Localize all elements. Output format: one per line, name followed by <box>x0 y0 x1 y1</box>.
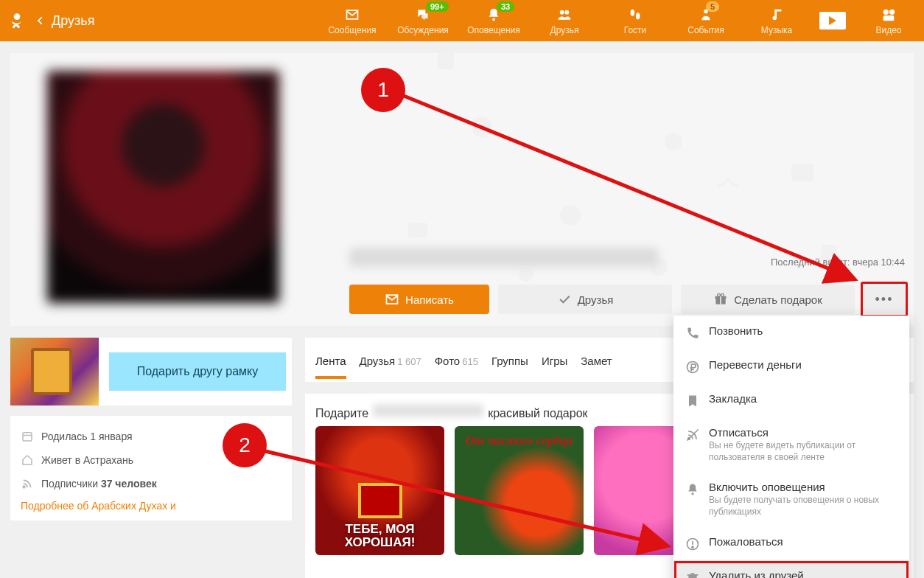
last-visit-text: Последний визит: вчера 10:44 <box>771 257 905 268</box>
bell-icon <box>685 481 700 497</box>
play-icon <box>819 12 846 29</box>
svg-point-5 <box>636 13 640 19</box>
video-icon <box>879 6 898 24</box>
nav-events[interactable]: События5 <box>671 0 741 41</box>
svg-rect-21 <box>720 296 721 304</box>
profile-avatar[interactable] <box>47 71 279 303</box>
menu-Перевести-деньги[interactable]: Перевести деньги <box>673 349 909 383</box>
profile-cover: Последний визит: вчера 10:44 Написать Др… <box>10 53 914 326</box>
tab-Друзья[interactable]: Друзья1 607 <box>360 341 421 379</box>
friends-icon <box>555 6 574 24</box>
menu-Позвонить[interactable]: Позвонить <box>673 316 909 349</box>
profile-info-card: Родилась 1 января Живет в Астрахань Подп… <box>10 416 292 520</box>
promo-image <box>10 338 99 405</box>
profile-name <box>349 248 659 267</box>
svg-rect-24 <box>23 433 32 441</box>
home-icon <box>21 453 34 467</box>
nav-friends[interactable]: Друзья <box>529 0 600 41</box>
gift-title-pre: Подарите <box>315 407 368 420</box>
svg-point-2 <box>560 10 564 15</box>
svg-point-8 <box>889 10 895 15</box>
gift-icon <box>713 292 728 307</box>
check-icon <box>557 292 572 307</box>
svg-rect-14 <box>408 223 427 237</box>
svg-point-22 <box>718 293 721 296</box>
mail-icon <box>343 6 361 24</box>
ruble-icon <box>685 358 700 375</box>
nav-chat[interactable]: Обсуждения99+ <box>388 0 458 41</box>
svg-point-7 <box>883 10 889 15</box>
dots-icon: ••• <box>875 292 894 307</box>
tab-Игры[interactable]: Игры <box>542 341 567 379</box>
gift-recipient-name <box>373 404 483 417</box>
tab-Замет[interactable]: Замет <box>581 341 612 379</box>
gift-title-post: красивый подарок <box>488 407 587 420</box>
svg-point-33 <box>692 547 693 549</box>
top-nav: Друзья СообщенияОбсуждения99+Оповещения3… <box>0 0 924 41</box>
send-gift-button[interactable]: Сделать подарок <box>681 285 855 314</box>
ok-logo[interactable] <box>0 11 34 30</box>
nav-mail[interactable]: Сообщения <box>317 0 388 41</box>
menu-Пожаловаться[interactable]: Пожаловаться <box>673 526 909 560</box>
svg-rect-18 <box>438 53 454 69</box>
write-message-button[interactable]: Написать <box>349 285 489 314</box>
page-title: Друзья <box>52 13 94 29</box>
svg-point-26 <box>23 486 24 487</box>
svg-point-0 <box>14 13 21 20</box>
info-birthday: Родилась 1 января <box>21 425 281 448</box>
unsubscribe-icon <box>685 426 700 442</box>
nav-music[interactable]: Музыка <box>741 0 812 41</box>
back-icon[interactable] <box>34 13 47 28</box>
svg-point-11 <box>560 205 581 226</box>
info-location: Живет в Астрахань <box>21 448 281 472</box>
more-actions-button[interactable]: ••• <box>864 285 905 314</box>
svg-point-4 <box>631 10 635 16</box>
gift-card-1[interactable]: ТЕБЕ, МОЯ ХОРОШАЯ! <box>315 426 444 555</box>
promo-text: Подарить другу рамку <box>109 352 286 391</box>
nav-badge: 5 <box>706 1 719 12</box>
music-icon <box>769 6 785 24</box>
menu-Удалить-из-друзей[interactable]: Удалить из друзей <box>673 560 909 578</box>
menu-Отписаться[interactable]: ОтписатьсяВы не будете видеть публикации… <box>673 417 909 472</box>
svg-point-3 <box>564 10 569 15</box>
svg-point-10 <box>472 116 492 137</box>
tab-Группы[interactable]: Группы <box>491 341 528 379</box>
svg-point-30 <box>691 492 693 495</box>
svg-point-12 <box>665 133 682 150</box>
nav-play[interactable] <box>812 0 853 41</box>
friends-status-button[interactable]: Друзья <box>498 285 672 314</box>
svg-rect-13 <box>791 164 813 181</box>
rss-icon <box>21 476 34 491</box>
phone-icon <box>685 324 700 341</box>
menu-Закладка[interactable]: Закладка <box>673 383 909 417</box>
mail-icon <box>385 292 399 307</box>
info-subscribers[interactable]: Подписчики 37 человек <box>21 472 281 495</box>
more-actions-dropdown: ПозвонитьПеревести деньгиЗакладкаОтписат… <box>673 316 909 578</box>
profile-more-link[interactable]: Подробнее об Арабских Духах и <box>21 495 281 512</box>
svg-point-1 <box>492 18 495 21</box>
report-icon <box>685 535 700 551</box>
trash-icon <box>685 569 700 578</box>
svg-rect-9 <box>883 15 895 21</box>
calendar-icon <box>21 429 34 444</box>
footsteps-icon <box>627 6 643 24</box>
svg-rect-34 <box>687 574 699 576</box>
gift-frame-promo[interactable]: Подарить другу рамку <box>10 338 292 405</box>
menu-Включить-оповещения[interactable]: Включить оповещенияВы будете получать оп… <box>673 472 909 526</box>
nav-video[interactable]: Видео <box>853 0 924 41</box>
svg-point-17 <box>519 267 533 282</box>
tab-Лента[interactable]: Лента <box>315 341 346 379</box>
tab-Фото[interactable]: Фото615 <box>435 341 478 379</box>
svg-point-23 <box>721 293 724 296</box>
nav-footsteps[interactable]: Гости <box>600 0 671 41</box>
gift-card-2[interactable]: От чистого сердца <box>455 426 584 555</box>
bookmark-icon <box>685 392 700 408</box>
nav-bell[interactable]: Оповещения33 <box>458 0 529 41</box>
nav-badge: 33 <box>497 1 514 12</box>
nav-badge: 99+ <box>426 1 449 12</box>
